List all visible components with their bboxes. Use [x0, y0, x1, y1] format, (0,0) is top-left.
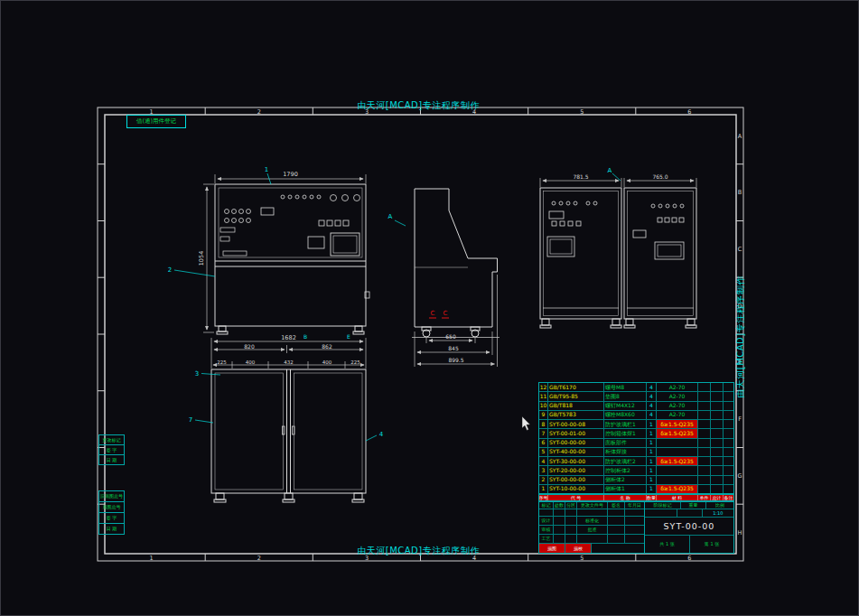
zone-number: 1 — [150, 555, 154, 562]
tb-role: 设计 — [539, 517, 554, 525]
dim-seg-5: 225 — [350, 359, 360, 365]
bom-cell-qty: 1 — [647, 420, 657, 428]
section-label-C2: C — [444, 310, 448, 317]
bom-cell-name: 侧柜体1 — [604, 485, 647, 493]
bom-cell-total — [711, 457, 724, 465]
tb-blank — [554, 526, 565, 534]
bom-cell-material-highlighted: δ≥1.5-Q235 — [657, 429, 698, 437]
bom-cell-total — [711, 383, 724, 391]
rear-cabinets-view — [540, 188, 696, 328]
tb-sheet-no: 第 1 张 — [690, 536, 733, 553]
reuse-stamp: 借(通)用件登记 — [126, 115, 186, 128]
dim-side-wheelbase: 650 — [445, 333, 456, 340]
tb-red-cell: 描图 — [539, 544, 565, 553]
panel-knobs — [331, 195, 360, 201]
tb-weight-value — [677, 509, 703, 517]
tb-blank — [592, 544, 644, 553]
bom-cell-remark — [724, 466, 733, 474]
bom-cell-unit — [698, 392, 711, 400]
bom-cell-name: 螺钉M4X12 — [604, 402, 647, 410]
bom-cell-total — [711, 429, 724, 437]
section-label-A: A — [388, 213, 393, 220]
bom-cell-name: 控制箱体焊1 — [604, 429, 647, 437]
bom-cell-no: 8 — [539, 420, 548, 428]
bom-row: 6 SYT-00-00-00 面板部件 1 — [539, 439, 733, 448]
dim-seg-3: 432 — [284, 359, 294, 365]
bom-cell-name: 面板部件 — [604, 439, 647, 447]
dim-seg-1: 225 — [217, 359, 227, 365]
tb-label: 年月日 — [625, 502, 644, 509]
bom-cell-no: 7 — [539, 429, 548, 437]
tb-blank — [608, 517, 625, 525]
zone-letter: B — [738, 189, 742, 196]
bom-cell-qty: 1 — [647, 485, 657, 493]
tb-role: 标准化 — [577, 517, 608, 525]
bom-header-cell: 材 料 — [657, 495, 698, 500]
section-label-A2: A — [608, 167, 612, 174]
bom-header-cell: 序号 — [539, 495, 548, 500]
bom-row: 8 SYT-00-00-08 防护玻璃栏1 1 δ≥1.5-Q235 — [539, 420, 733, 429]
bom-cell-name: 控制柜体2 — [604, 466, 647, 474]
bom-cell-code: SYT-00-01-00 — [548, 429, 604, 437]
bom-cell-remark — [724, 439, 733, 447]
bom-header-cell: 代 号 — [548, 495, 604, 500]
tb-blank — [539, 509, 554, 516]
bom-row: 11 GB/T95-85 垫圈8 4 A2-70 — [539, 392, 733, 401]
bom-row: 4 SYT-30-00-00 防护玻璃栏2 1 δ≥1.5-Q235 — [539, 457, 733, 466]
bom-cell-name: 垫圈8 — [604, 392, 647, 400]
bom-cell-total — [711, 420, 724, 428]
dim-lower-right: 862 — [322, 343, 332, 350]
push-buttons — [225, 210, 251, 223]
front-view — [215, 184, 369, 334]
bom-cell-qty: 1 — [647, 448, 657, 456]
bom-cell-no: 6 — [539, 439, 548, 447]
balloon-3: 3 — [195, 370, 199, 378]
bom-cell-no: 3 — [539, 466, 548, 474]
bom-cell-qty: 1 — [647, 429, 657, 437]
bom-cell-unit — [698, 420, 711, 428]
tb-blank — [577, 535, 608, 543]
bom-cell-material-highlighted: δ≥1.5-Q235 — [657, 420, 698, 428]
bom-cell-no: 4 — [539, 457, 548, 465]
bom-cell-code: SYT-10-00-00 — [548, 485, 604, 493]
lower-view-balloons: 3 7 4 — [189, 370, 384, 441]
panel-window — [308, 237, 324, 248]
balloon-4: 4 — [379, 431, 384, 438]
bom-cell-material-highlighted: δ≥1.5-Q235 — [657, 457, 698, 465]
bom-cell-unit — [698, 439, 711, 447]
tb-blank — [625, 509, 644, 516]
bom-cell-remark — [724, 457, 733, 465]
bom-cell-qty: 1 — [647, 439, 657, 447]
bom-cell-total — [711, 392, 724, 400]
dim-cab-left: 781.5 — [573, 173, 588, 180]
zone-number: 5 — [580, 555, 584, 562]
bom-cell-unit — [698, 448, 711, 456]
tb-label: 更改文件号 — [577, 502, 608, 509]
tb-blank — [608, 509, 625, 516]
cabinet-section-mark: A — [608, 167, 621, 181]
zone-letter: A — [738, 133, 742, 140]
bom-row: 7 SYT-00-01-00 控制箱体焊1 1 δ≥1.5-Q235 — [539, 429, 733, 438]
bom-cell-unit — [698, 466, 711, 474]
bom-cell-no: 11 — [539, 392, 548, 400]
title-block-info: 阶段标记 重量 比例 1:10 SYT-00-00 共 1 张 第 1 张 — [645, 502, 733, 553]
bom-cell-code: SYT-30-00-00 — [548, 457, 604, 465]
bom-cell-remark — [724, 383, 733, 391]
balloon-2: 2 — [168, 266, 172, 274]
bom-cell-name: 柜体焊接 — [604, 448, 647, 456]
cad-sheet[interactable]: 1 2 3 4 5 6 1 2 3 4 5 6 A B C D E F G H … — [0, 0, 859, 616]
bom-cell-qty: 1 — [647, 457, 657, 465]
zone-number: 2 — [257, 555, 261, 562]
bom-cell-name: 螺栓M8X60 — [604, 411, 647, 419]
tb-blank — [625, 517, 644, 525]
bom-cell-total — [711, 402, 724, 410]
tb-blank — [565, 526, 577, 534]
bom-cell-code: GB/T5783 — [548, 411, 604, 419]
zone-letter: C — [738, 246, 742, 253]
bom-cell-material — [657, 439, 698, 447]
section-label-C1: C — [431, 310, 435, 317]
mark-B: B — [303, 333, 307, 340]
zone-number: 6 — [687, 108, 691, 116]
dim-side-total: 899.5 — [448, 357, 463, 363]
bom-cell-qty: 4 — [647, 402, 657, 410]
